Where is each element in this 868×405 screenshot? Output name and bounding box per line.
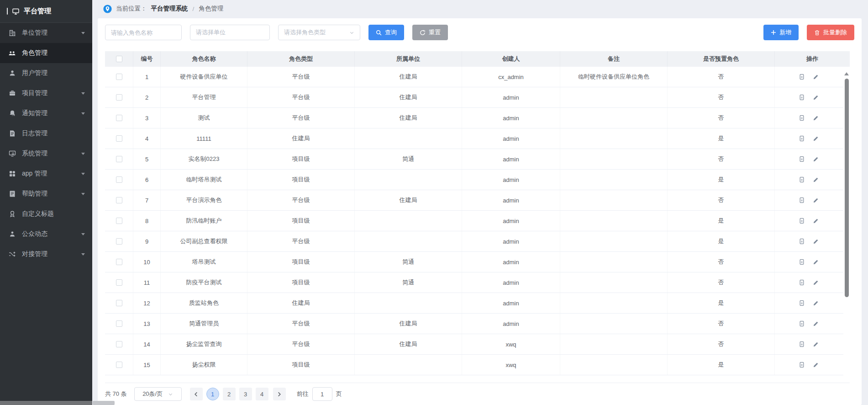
- detail-icon[interactable]: [799, 94, 805, 101]
- cell-role-type: 住建局: [247, 293, 355, 313]
- unit-select[interactable]: 请选择单位: [190, 25, 270, 40]
- page-button-2[interactable]: 2: [223, 388, 236, 400]
- table-vertical-scrollbar[interactable]: [843, 67, 850, 382]
- sidebar-item-custom-title[interactable]: 自定义标题: [0, 204, 92, 224]
- chevron-left-icon: [194, 392, 199, 397]
- search-button[interactable]: 查询: [368, 25, 404, 40]
- row-checkbox[interactable]: [116, 115, 122, 121]
- cell-role-type: 平台级: [247, 334, 355, 354]
- row-checkbox[interactable]: [116, 74, 122, 80]
- detail-icon[interactable]: [799, 176, 805, 183]
- edit-icon[interactable]: [813, 136, 819, 142]
- user-icon: [8, 69, 16, 77]
- detail-icon[interactable]: [799, 279, 805, 286]
- detail-icon[interactable]: [799, 320, 805, 327]
- role-type-select[interactable]: 请选择角色类型: [278, 25, 360, 40]
- cell-creator: admin: [462, 170, 560, 190]
- row-checkbox[interactable]: [116, 218, 122, 224]
- cell-role-type: 项目级: [247, 252, 355, 272]
- detail-icon[interactable]: [799, 74, 805, 80]
- sidebar-item-app[interactable]: app 管理: [0, 164, 92, 184]
- reset-button[interactable]: 重置: [412, 25, 448, 40]
- edit-icon[interactable]: [813, 218, 819, 224]
- row-checkbox[interactable]: [116, 259, 122, 265]
- edit-icon[interactable]: [813, 197, 819, 203]
- row-checkbox[interactable]: [116, 156, 122, 162]
- edit-icon[interactable]: [813, 177, 819, 183]
- row-checkbox[interactable]: [116, 300, 122, 306]
- page-button-3[interactable]: 3: [239, 388, 252, 400]
- next-page-button[interactable]: [273, 388, 286, 400]
- edit-icon[interactable]: [813, 341, 819, 347]
- edit-icon[interactable]: [813, 156, 819, 162]
- detail-icon[interactable]: [799, 115, 805, 121]
- detail-icon[interactable]: [799, 259, 805, 265]
- page-button-1[interactable]: 1: [206, 388, 219, 400]
- row-checkbox[interactable]: [116, 238, 122, 245]
- chevron-down-icon: [81, 32, 85, 34]
- cell-creator: admin: [462, 128, 560, 149]
- cell-role-type: 平台级: [247, 231, 355, 251]
- sidebar-item-user[interactable]: 用户管理: [0, 63, 92, 83]
- sidebar-item-label: 用户管理: [22, 69, 47, 77]
- detail-icon[interactable]: [799, 300, 805, 306]
- edit-icon[interactable]: [813, 239, 819, 245]
- detail-icon[interactable]: [799, 362, 805, 368]
- edit-icon[interactable]: [813, 74, 819, 80]
- edit-icon[interactable]: [813, 95, 819, 101]
- batch-delete-button[interactable]: 批量删除: [807, 25, 854, 40]
- cell-unit: 简通: [355, 149, 462, 169]
- table-row: 5 实名制0223 项目级 简通 admin 否: [105, 149, 850, 170]
- edit-icon[interactable]: [813, 362, 819, 368]
- scrollbar-thumb[interactable]: [845, 79, 849, 297]
- horizontal-scrollbar-sidebar-segment[interactable]: [0, 401, 92, 405]
- cell-id: 4: [133, 128, 161, 149]
- page-size-select[interactable]: 20条/页: [134, 387, 182, 401]
- role-name-input[interactable]: [105, 25, 182, 40]
- sidebar-item-role[interactable]: 角色管理: [0, 43, 92, 63]
- detail-icon[interactable]: [799, 156, 805, 162]
- cell-role-type: 住建局: [247, 128, 355, 149]
- row-checkbox[interactable]: [116, 94, 122, 101]
- row-checkbox[interactable]: [116, 320, 122, 327]
- row-checkbox[interactable]: [116, 135, 122, 142]
- table-row: 9 公司副总查看权限 平台级 admin 是: [105, 231, 850, 252]
- sidebar-item-system[interactable]: 系统管理: [0, 144, 92, 164]
- sidebar-item-project[interactable]: 项目管理: [0, 83, 92, 103]
- horizontal-scrollbar-thumb[interactable]: [93, 401, 115, 405]
- prev-page-button[interactable]: [190, 388, 203, 400]
- detail-icon[interactable]: [799, 197, 805, 203]
- sidebar-item-public[interactable]: 公众动态: [0, 224, 92, 244]
- sidebar-item-integration[interactable]: 对接管理: [0, 244, 92, 264]
- page-button-4[interactable]: 4: [256, 388, 268, 400]
- sidebar-item-label: 日志管理: [22, 129, 47, 138]
- row-checkbox[interactable]: [116, 362, 122, 368]
- cell-creator: admin: [462, 108, 560, 128]
- detail-icon[interactable]: [799, 238, 805, 245]
- sidebar-item-unit[interactable]: 单位管理: [0, 23, 92, 43]
- goto-page-input[interactable]: [312, 387, 332, 401]
- cell-preset: 是: [668, 211, 775, 231]
- edit-icon[interactable]: [813, 321, 819, 327]
- detail-icon[interactable]: [799, 218, 805, 224]
- row-checkbox[interactable]: [116, 176, 122, 183]
- add-button[interactable]: 新增: [763, 25, 799, 40]
- breadcrumb-root[interactable]: 平台管理系统: [151, 5, 188, 13]
- row-checkbox[interactable]: [116, 197, 122, 203]
- scroll-up-arrow-icon[interactable]: [844, 70, 849, 75]
- edit-icon[interactable]: [813, 280, 819, 286]
- edit-icon[interactable]: [813, 115, 819, 121]
- cell-creator: admin: [462, 252, 560, 272]
- shuffle-icon: [8, 250, 16, 258]
- edit-icon[interactable]: [813, 259, 819, 265]
- chevron-down-icon: [81, 92, 85, 95]
- edit-icon[interactable]: [813, 300, 819, 306]
- sidebar-item-log[interactable]: 日志管理: [0, 123, 92, 144]
- row-checkbox[interactable]: [116, 279, 122, 286]
- detail-icon[interactable]: [799, 341, 805, 347]
- detail-icon[interactable]: [799, 135, 805, 142]
- sidebar-item-notice[interactable]: 通知管理: [0, 103, 92, 123]
- select-all-checkbox[interactable]: [116, 56, 122, 62]
- row-checkbox[interactable]: [116, 341, 122, 347]
- sidebar-item-help[interactable]: 帮助管理: [0, 184, 92, 204]
